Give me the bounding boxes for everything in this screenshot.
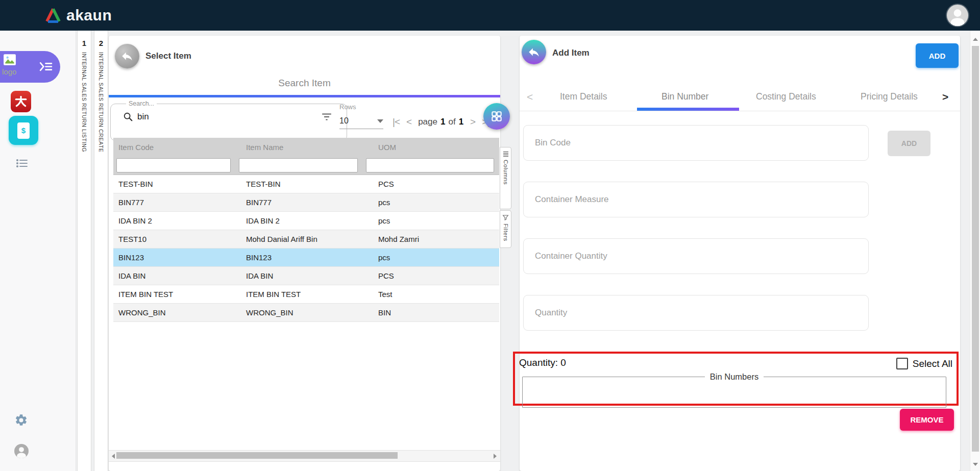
da-character-glyph: [14, 95, 28, 108]
table-body: TEST-BIN TEST-BIN PCS BIN777 BIN777 pcs …: [113, 175, 499, 322]
column-header-uom[interactable]: UOM: [373, 143, 499, 152]
column-header-item-code[interactable]: Item Code: [113, 143, 241, 152]
scroll-right-arrow[interactable]: [491, 451, 499, 461]
table-row[interactable]: TEST-BIN TEST-BIN PCS: [113, 175, 499, 193]
cell-item-name: ITEM BIN TEST: [241, 290, 373, 299]
prev-page-button[interactable]: <: [406, 116, 411, 128]
workspace-tab-number: 1: [82, 31, 86, 47]
first-page-button[interactable]: |<: [393, 116, 400, 128]
red-highlight-annotation: Quantity: 0 Select All Bin Numbers: [513, 352, 959, 406]
table-filter-row: [113, 156, 499, 175]
cell-uom: Test: [373, 290, 499, 299]
sidebar-toggle-pill[interactable]: logo: [0, 51, 60, 83]
active-tab-underline: [637, 108, 739, 111]
search-field-label: Search...: [126, 100, 157, 107]
app-icon-red[interactable]: [11, 91, 31, 112]
next-page-button[interactable]: >: [470, 116, 475, 128]
tab-pricing-details[interactable]: Pricing Details: [861, 91, 918, 102]
app-icon-sales-doc[interactable]: $: [9, 116, 38, 145]
cell-item-name: TEST-BIN: [241, 180, 373, 188]
dollar-doc-icon: $: [17, 122, 30, 139]
table-horizontal-scrollbar[interactable]: [109, 450, 500, 462]
settings-gear-icon[interactable]: [14, 413, 28, 429]
filter-list-icon[interactable]: [321, 112, 332, 121]
bin-code-add-button[interactable]: ADD: [888, 131, 930, 156]
pagination: |< < page 1 of 1 > >|: [393, 116, 489, 128]
page-vertical-scrollbar[interactable]: [970, 31, 980, 471]
cell-uom: PCS: [373, 180, 499, 188]
cell-item-code: IDA BIN: [113, 271, 241, 280]
back-arrow-icon: [120, 49, 134, 63]
workspace-tab-label: INTERNAL SALES RETURN LISTING: [81, 52, 87, 152]
container-quantity-field[interactable]: [523, 238, 869, 274]
panel-title: Select Item: [145, 51, 191, 61]
add-item-panel: Add Item ADD < Item Details Bin Number C…: [520, 36, 960, 471]
item-name-filter-input[interactable]: [239, 158, 358, 172]
table-row[interactable]: WRONG_BIN WRONG_BIN BIN: [113, 304, 499, 322]
profile-icon[interactable]: [14, 444, 29, 458]
quantity-field[interactable]: [523, 295, 869, 331]
horizontal-scroll-thumb[interactable]: [116, 452, 398, 459]
column-header-item-name[interactable]: Item Name: [241, 143, 373, 152]
table-row[interactable]: IDA BIN IDA BIN PCS: [113, 267, 499, 285]
tabs-scroll-left-icon[interactable]: <: [527, 91, 533, 103]
rows-per-page-select[interactable]: 10: [339, 113, 383, 129]
scroll-up-arrow[interactable]: [970, 35, 980, 44]
select-all-checkbox[interactable]: [896, 358, 908, 369]
page-word: page: [418, 117, 437, 127]
rows-value: 10: [339, 116, 349, 126]
back-button[interactable]: [522, 40, 546, 64]
current-page-number: 1: [440, 117, 445, 127]
person-silhouette-icon: [947, 5, 968, 26]
total-pages-number: 1: [459, 117, 463, 127]
table-row[interactable]: TEST10 Mohd Danial Ariff Bin Mohd Zamri: [113, 230, 499, 249]
logo-alt-text: logo: [2, 67, 16, 76]
cell-item-name: IDA BIN: [241, 271, 373, 280]
add-item-button[interactable]: ADD: [916, 43, 959, 68]
table-row-selected[interactable]: BIN123 BIN123 pcs: [113, 249, 499, 267]
tabs-scroll-right-icon[interactable]: >: [942, 91, 948, 103]
search-input[interactable]: [136, 111, 318, 122]
workspace-tab-internal-sales-return-listing[interactable]: 1 INTERNAL SALES RETURN LISTING: [77, 31, 91, 471]
table-header-row: Item Code Item Name UOM: [113, 138, 499, 156]
columns-side-tab[interactable]: Columns: [500, 147, 511, 209]
bin-code-field[interactable]: [523, 125, 869, 161]
remove-button[interactable]: REMOVE: [900, 409, 954, 431]
broken-image-icon: [3, 54, 16, 68]
cell-item-code: BIN123: [113, 253, 241, 262]
table-row[interactable]: BIN777 BIN777 pcs: [113, 193, 499, 212]
uom-filter-input[interactable]: [366, 158, 494, 172]
container-measure-field[interactable]: [523, 182, 869, 217]
left-sidebar: logo $: [0, 31, 76, 471]
tab-item-details[interactable]: Item Details: [560, 91, 607, 102]
back-button[interactable]: [115, 44, 139, 68]
tab-costing-details[interactable]: Costing Details: [756, 91, 816, 102]
expand-menu-icon: [39, 61, 53, 74]
search-item-tab[interactable]: Search Item: [109, 78, 500, 89]
table-row[interactable]: IDA BIN 2 IDA BIN 2 pcs: [113, 212, 499, 230]
item-code-filter-input[interactable]: [116, 158, 231, 172]
drag-bars-icon: [503, 151, 509, 157]
cell-item-name: WRONG_BIN: [241, 308, 373, 317]
grid-view-button[interactable]: [483, 103, 510, 130]
table-row[interactable]: ITEM BIN TEST ITEM BIN TEST Test: [113, 285, 499, 304]
tab-bin-number[interactable]: Bin Number: [662, 91, 708, 102]
list-menu-icon[interactable]: [16, 158, 28, 170]
scroll-down-arrow[interactable]: [970, 460, 980, 469]
filters-side-tab[interactable]: Filters: [500, 210, 511, 248]
select-item-panel: Select Item Search Item Search... Rows 1…: [109, 36, 500, 471]
rows-label: Rows: [339, 103, 356, 111]
user-avatar[interactable]: [947, 5, 968, 26]
grid-icon: [490, 110, 503, 123]
of-word: of: [448, 117, 455, 127]
workspace-tab-internal-sales-return-create[interactable]: 2 INTERNAL SALES RETURN CREATE: [94, 31, 108, 471]
workspace-tab-number: 2: [99, 31, 103, 47]
tab-underline: [109, 95, 500, 97]
cell-item-code: ITEM BIN TEST: [113, 290, 241, 299]
quantity-summary: Quantity: 0: [519, 357, 566, 368]
vertical-scroll-thumb[interactable]: [972, 46, 979, 452]
triangle-logo-icon: [44, 7, 62, 23]
cell-item-code: IDA BIN 2: [113, 216, 241, 225]
chevron-down-icon: [377, 119, 383, 123]
select-all-label: Select All: [913, 358, 952, 369]
